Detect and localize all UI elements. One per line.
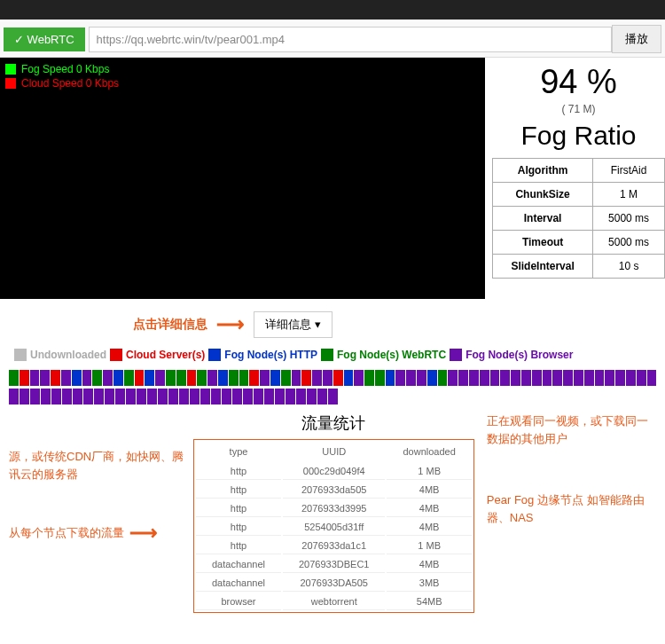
table-row: http2076933da5054MB	[196, 482, 472, 499]
table-row: http5254005d31ff4MB	[196, 519, 472, 536]
chunk-cell	[427, 370, 437, 386]
chunk-cell	[229, 370, 239, 386]
chunk-cell	[207, 370, 217, 386]
chunk-cell	[249, 370, 259, 386]
square-icon	[110, 349, 122, 361]
legend-label: Fog Node(s) HTTP	[224, 349, 317, 361]
detail-button[interactable]: 详细信息 ▾	[254, 311, 332, 338]
chunk-cell	[62, 389, 72, 404]
annotation-right: 正在观看同一视频，或下载同一数据的其他用户 Pear Fog 边缘节点 如智能路…	[481, 412, 656, 613]
speed-legend: Fog Speed 0 Kbps Cloud Speed 0 Kbps	[5, 63, 119, 91]
chunk-cell	[552, 370, 562, 386]
chunk-cell	[105, 389, 114, 404]
chunk-cell	[40, 370, 50, 386]
chunk-cell	[301, 370, 311, 386]
chunk-cell	[595, 370, 605, 386]
note-cloud: 源，或传统CDN厂商，如快网、腾讯云的服务器	[9, 448, 186, 483]
chunk-cell	[448, 370, 458, 386]
traffic-title: 流量统计	[193, 412, 474, 434]
chunk-cell	[511, 370, 520, 386]
fog-speed-text: Fog Speed 0 Kbps	[21, 63, 109, 75]
chunk-cell	[197, 370, 207, 386]
square-icon	[5, 64, 16, 75]
chunk-cell	[211, 389, 221, 404]
config-key: Algorithm	[493, 159, 593, 183]
chunk-cell	[275, 389, 285, 404]
table-header: type	[196, 442, 281, 461]
chunk-cell	[317, 389, 327, 404]
chunk-cell	[543, 370, 552, 386]
chunk-cell	[574, 370, 583, 386]
chunk-cell	[438, 370, 448, 386]
chunk-cell	[190, 389, 200, 404]
chunk-cell	[323, 370, 332, 386]
chunk-cell	[286, 389, 295, 404]
chunk-cell	[222, 389, 231, 404]
table-header: downloaded	[387, 442, 471, 461]
chunk-cell	[270, 370, 280, 386]
chunk-cell	[239, 370, 249, 386]
config-val: 10 s	[593, 255, 665, 279]
video-player[interactable]: Fog Speed 0 Kbps Cloud Speed 0 Kbps	[0, 58, 485, 299]
fog-ratio-title: Fog Ratio	[492, 121, 665, 151]
table-row: http000c29d049f41 MB	[196, 463, 472, 480]
chunk-cell	[61, 370, 71, 386]
chunk-cell	[281, 370, 291, 386]
play-button[interactable]: 播放	[612, 25, 661, 53]
chunk-cell	[92, 370, 102, 386]
chunk-cell	[521, 370, 531, 386]
chunk-cell	[406, 370, 416, 386]
chunk-cell	[179, 389, 189, 404]
chunk-cell	[647, 370, 657, 386]
chunk-cell	[9, 389, 19, 404]
config-val: 5000 ms	[593, 231, 665, 255]
url-input[interactable]	[89, 27, 612, 52]
traffic-table: typeUUIDdownloaded http000c29d049f41 MBh…	[193, 439, 474, 613]
chunk-cell	[200, 389, 210, 404]
chunk-cell	[155, 370, 165, 386]
config-val: 1 M	[593, 183, 665, 207]
chunk-cell	[30, 370, 40, 386]
chunk-cell	[135, 370, 145, 386]
chunk-cell	[395, 370, 405, 386]
chunk-cell	[307, 389, 317, 404]
chunk-cell	[375, 370, 385, 386]
note-per-node: 从每个节点下载的流量	[9, 524, 124, 542]
chunk-cell	[145, 370, 154, 386]
chunk-cell	[637, 370, 646, 386]
chunk-cell	[615, 370, 625, 386]
fog-sub: ( 71 M)	[492, 103, 665, 115]
chunk-cell	[176, 370, 186, 386]
chunk-cell	[82, 370, 92, 386]
legend-label: Undownloaded	[30, 349, 106, 361]
chunk-cell	[328, 389, 338, 404]
chunk-cell	[72, 370, 82, 386]
webrtc-badge: ✓ WebRTC	[4, 27, 85, 51]
chunk-cell	[168, 389, 178, 404]
chunk-cell	[480, 370, 489, 386]
chunk-cell	[147, 389, 157, 404]
annotation-left: 源，或传统CDN厂商，如快网、腾讯云的服务器 从每个节点下载的流量 ⟶	[9, 412, 186, 613]
config-val: FirstAid	[593, 159, 665, 183]
config-key: Interval	[493, 207, 593, 231]
chunk-cell	[264, 389, 274, 404]
chunk-cell	[563, 370, 573, 386]
chunk-cell	[20, 389, 29, 404]
chunk-cell	[354, 370, 364, 386]
chunk-cell	[232, 389, 242, 404]
chunk-cell	[254, 389, 263, 404]
chunk-cell	[296, 389, 306, 404]
chunk-cell	[260, 370, 270, 386]
chunk-cell	[333, 370, 343, 386]
chunk-cell	[73, 389, 82, 404]
chunk-strip	[0, 365, 665, 412]
config-val: 5000 ms	[593, 207, 665, 231]
chunk-cell	[364, 370, 374, 386]
table-row: browserwebtorrent54MB	[196, 593, 472, 610]
table-row: datachannel2076933DBEC14MB	[196, 556, 472, 573]
config-key: SlideInterval	[493, 255, 593, 279]
chunk-cell	[9, 370, 19, 386]
chunk-cell	[344, 370, 354, 386]
chunk-cell	[158, 389, 168, 404]
note-edge: Pear Fog 边缘节点 如智能路由器、NAS	[487, 491, 656, 526]
